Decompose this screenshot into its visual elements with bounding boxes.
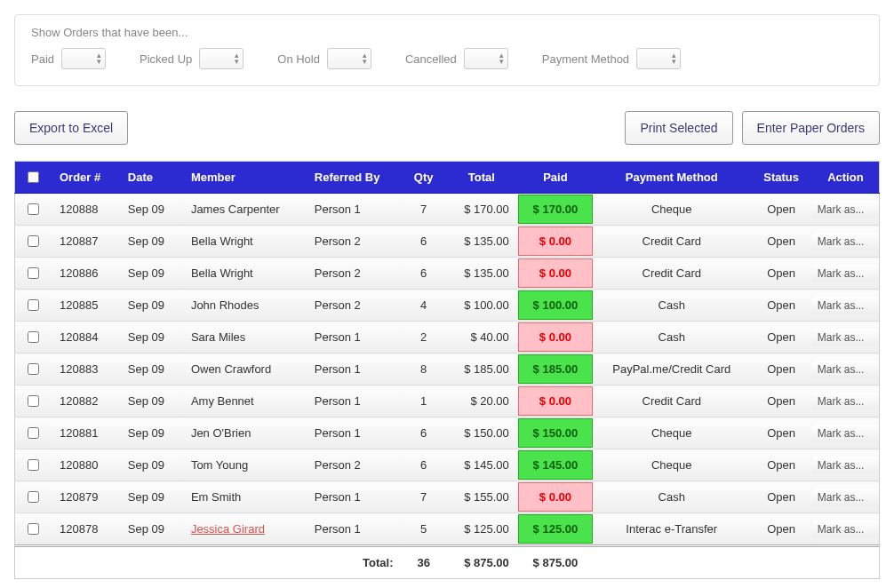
print-selected-button[interactable]: Print Selected [625, 111, 732, 145]
cell-status: Open [750, 481, 811, 513]
row-checkbox[interactable] [28, 491, 39, 503]
cell-date: Sep 09 [119, 385, 182, 417]
mark-as-button[interactable]: Mark as... [812, 425, 879, 442]
row-checkbox-cell [15, 322, 52, 354]
mark-as-button[interactable]: Mark as... [812, 489, 879, 506]
filter-pickedup-select[interactable]: ▴▾ [199, 48, 243, 69]
cell-total: $ 170.00 [445, 194, 518, 226]
mark-as-button[interactable]: Mark as... [812, 297, 879, 314]
cell-paid: $ 170.00 [518, 195, 593, 224]
row-checkbox[interactable] [28, 235, 39, 247]
cell-action: Mark as... [812, 513, 880, 546]
filter-cancelled-select[interactable]: ▴▾ [464, 48, 508, 69]
cell-referred_by: Person 1 [306, 481, 403, 513]
cell-order: 120887 [51, 226, 119, 258]
mark-as-button[interactable]: Mark as... [812, 457, 879, 474]
chevrons-icon: ▴▾ [499, 52, 504, 65]
header-qty[interactable]: Qty [403, 162, 445, 194]
cell-paid: $ 185.00 [518, 354, 593, 384]
totals-spacer [593, 546, 879, 579]
cell-payment_method: PayPal.me/Credit Card [593, 354, 750, 385]
table-row: 120881Sep 09Jen O'BrienPerson 16$ 150.00… [15, 417, 880, 449]
row-checkbox[interactable] [28, 395, 39, 407]
cell-referred_by: Person 2 [306, 226, 403, 258]
row-checkbox[interactable] [28, 459, 39, 471]
cell-paid: $ 0.00 [518, 258, 593, 288]
header-order[interactable]: Order # [51, 162, 119, 194]
cell-paid-wrap: $ 125.00 [518, 513, 593, 546]
cell-paid-wrap: $ 185.00 [518, 354, 593, 385]
cell-action: Mark as... [812, 290, 880, 322]
cell-member: Tom Young [182, 449, 306, 481]
row-checkbox[interactable] [28, 203, 39, 215]
header-member[interactable]: Member [182, 162, 306, 194]
header-referred-by[interactable]: Referred By [306, 162, 403, 194]
cell-total: $ 135.00 [445, 226, 518, 258]
cell-order: 120882 [51, 385, 119, 417]
cell-paid-wrap: $ 0.00 [518, 258, 593, 290]
cell-status: Open [750, 226, 811, 258]
cell-qty: 1 [403, 385, 445, 417]
totals-qty: 36 [403, 546, 445, 579]
enter-paper-orders-button[interactable]: Enter Paper Orders [742, 111, 880, 145]
mark-as-button[interactable]: Mark as... [812, 201, 879, 219]
header-payment-method[interactable]: Payment Method [593, 162, 750, 194]
filter-payment-method-select[interactable]: ▴▾ [636, 48, 681, 69]
header-paid[interactable]: Paid [518, 162, 593, 194]
cell-qty: 4 [403, 290, 445, 322]
header-status[interactable]: Status [750, 162, 811, 194]
cell-status: Open [750, 194, 811, 226]
header-date[interactable]: Date [119, 162, 182, 194]
cell-order: 120883 [51, 354, 119, 385]
cell-date: Sep 09 [119, 354, 182, 385]
cell-action: Mark as... [812, 481, 880, 513]
row-checkbox[interactable] [28, 331, 39, 343]
cell-status: Open [750, 322, 811, 354]
export-to-excel-button[interactable]: Export to Excel [14, 111, 128, 145]
filter-paid-label: Paid [31, 52, 54, 66]
cell-referred_by: Person 1 [306, 385, 403, 417]
filter-panel: Show Orders that have been... Paid ▴▾ Pi… [14, 14, 880, 86]
select-all-checkbox[interactable] [28, 171, 39, 183]
cell-status: Open [750, 385, 811, 417]
cell-paid-wrap: $ 0.00 [518, 481, 593, 513]
cell-date: Sep 09 [119, 290, 182, 322]
table-row: 120880Sep 09Tom YoungPerson 26$ 145.00$ … [15, 449, 880, 481]
cell-total: $ 100.00 [445, 290, 518, 322]
cell-referred_by: Person 2 [306, 258, 403, 290]
cell-qty: 7 [403, 481, 445, 513]
cell-member: James Carpenter [182, 194, 306, 226]
mark-as-button[interactable]: Mark as... [812, 329, 879, 346]
row-checkbox[interactable] [28, 363, 39, 375]
table-row: 120888Sep 09James CarpenterPerson 17$ 17… [15, 194, 880, 226]
cell-referred_by: Person 1 [306, 322, 403, 354]
cell-qty: 2 [403, 322, 445, 354]
mark-as-button[interactable]: Mark as... [812, 393, 879, 410]
row-checkbox[interactable] [28, 523, 39, 535]
row-checkbox[interactable] [28, 267, 39, 279]
cell-status: Open [750, 513, 811, 546]
mark-as-button[interactable]: Mark as... [812, 361, 879, 378]
filter-paid-select[interactable]: ▴▾ [61, 48, 106, 69]
cell-action: Mark as... [812, 226, 880, 258]
member-link[interactable]: Jessica Girard [191, 522, 265, 536]
cell-paid: $ 125.00 [518, 514, 593, 544]
orders-table: Order # Date Member Referred By Qty Tota… [14, 161, 880, 579]
cell-status: Open [750, 417, 811, 449]
row-checkbox[interactable] [28, 427, 39, 439]
filter-onhold-select[interactable]: ▴▾ [327, 48, 371, 69]
row-checkbox-cell [15, 290, 52, 322]
mark-as-button[interactable]: Mark as... [812, 233, 879, 250]
header-total[interactable]: Total [445, 162, 518, 194]
mark-as-button[interactable]: Mark as... [812, 265, 879, 282]
row-checkbox-cell [15, 481, 52, 513]
filter-payment-method: Payment Method ▴▾ [542, 48, 681, 69]
header-action[interactable]: Action [812, 162, 880, 194]
cell-paid-wrap: $ 170.00 [518, 194, 593, 226]
row-checkbox[interactable] [28, 299, 39, 311]
mark-as-button[interactable]: Mark as... [812, 520, 879, 538]
cell-qty: 6 [403, 226, 445, 258]
chevrons-icon: ▴▾ [235, 52, 239, 65]
cell-status: Open [750, 354, 811, 385]
cell-paid-wrap: $ 150.00 [518, 417, 593, 449]
